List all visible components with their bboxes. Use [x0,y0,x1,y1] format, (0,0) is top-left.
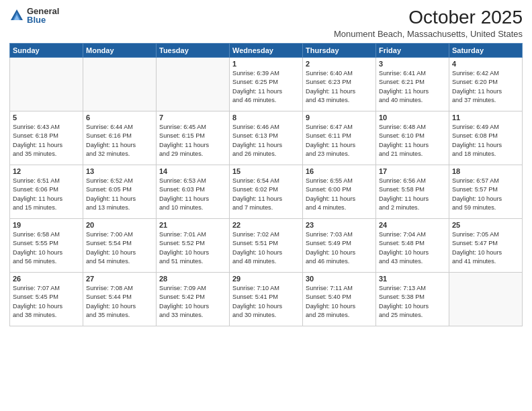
day-number: 7 [159,113,226,122]
calendar-cell: 16Sunrise: 6:55 AM Sunset: 6:00 PM Dayli… [303,165,376,219]
calendar-cell: 19Sunrise: 6:58 AM Sunset: 5:55 PM Dayli… [10,219,83,273]
calendar-cell: 31Sunrise: 7:13 AM Sunset: 5:38 PM Dayli… [376,273,449,326]
calendar-week-row: 19Sunrise: 6:58 AM Sunset: 5:55 PM Dayli… [10,219,523,273]
month-title: October 2025 [334,7,523,28]
day-number: 8 [232,113,300,122]
day-info: Sunrise: 6:42 AM Sunset: 6:20 PM Dayligh… [452,69,519,105]
header-saturday: Saturday [449,44,523,58]
calendar-cell: 27Sunrise: 7:08 AM Sunset: 5:44 PM Dayli… [83,273,157,326]
day-number: 3 [379,60,446,68]
calendar-cell [10,58,83,111]
calendar-cell [157,58,230,111]
calendar-cell: 1Sunrise: 6:39 AM Sunset: 6:25 PM Daylig… [230,58,303,111]
calendar-cell: 8Sunrise: 6:46 AM Sunset: 6:13 PM Daylig… [230,111,303,165]
header-tuesday: Tuesday [157,44,230,58]
calendar-week-row: 12Sunrise: 6:51 AM Sunset: 6:06 PM Dayli… [10,165,523,219]
calendar-cell: 4Sunrise: 6:42 AM Sunset: 6:20 PM Daylig… [449,58,523,111]
day-info: Sunrise: 6:53 AM Sunset: 6:03 PM Dayligh… [159,177,226,212]
day-info: Sunrise: 6:54 AM Sunset: 6:02 PM Dayligh… [232,177,300,212]
day-number: 25 [452,221,519,229]
calendar-week-row: 26Sunrise: 7:07 AM Sunset: 5:45 PM Dayli… [10,273,523,326]
day-number: 4 [452,60,519,68]
day-number: 10 [379,113,446,122]
calendar-cell: 22Sunrise: 7:02 AM Sunset: 5:51 PM Dayli… [230,219,303,273]
header-wednesday: Wednesday [230,44,303,58]
calendar-header-row: SundayMondayTuesdayWednesdayThursdayFrid… [10,44,523,58]
day-number: 26 [13,275,80,283]
day-info: Sunrise: 7:04 AM Sunset: 5:48 PM Dayligh… [379,230,446,266]
header-monday: Monday [83,44,157,58]
calendar-cell: 7Sunrise: 6:45 AM Sunset: 6:15 PM Daylig… [157,111,230,165]
day-number: 23 [306,221,373,229]
calendar-cell: 21Sunrise: 7:01 AM Sunset: 5:52 PM Dayli… [157,219,230,273]
calendar-cell: 30Sunrise: 7:11 AM Sunset: 5:40 PM Dayli… [303,273,376,326]
day-number: 9 [306,113,373,122]
day-number: 31 [379,275,446,283]
day-number: 5 [13,113,80,122]
day-number: 19 [13,221,80,229]
logo-text: General Blue [27,7,59,24]
day-info: Sunrise: 7:11 AM Sunset: 5:40 PM Dayligh… [306,284,373,320]
day-info: Sunrise: 6:44 AM Sunset: 6:16 PM Dayligh… [86,123,153,158]
calendar-cell: 12Sunrise: 6:51 AM Sunset: 6:06 PM Dayli… [10,165,83,219]
day-info: Sunrise: 7:05 AM Sunset: 5:47 PM Dayligh… [452,230,519,266]
logo: General Blue [9,7,59,24]
calendar-cell: 24Sunrise: 7:04 AM Sunset: 5:48 PM Dayli… [376,219,449,273]
calendar-cell: 14Sunrise: 6:53 AM Sunset: 6:03 PM Dayli… [157,165,230,219]
day-info: Sunrise: 6:48 AM Sunset: 6:10 PM Dayligh… [379,123,446,158]
header-sunday: Sunday [10,44,83,58]
header: General Blue October 2025 Monument Beach… [9,7,523,39]
day-number: 27 [86,275,153,283]
calendar-week-row: 5Sunrise: 6:43 AM Sunset: 6:18 PM Daylig… [10,111,523,165]
day-info: Sunrise: 7:08 AM Sunset: 5:44 PM Dayligh… [86,284,153,320]
day-number: 24 [379,221,446,229]
logo-blue-text: Blue [27,15,59,24]
day-info: Sunrise: 7:07 AM Sunset: 5:45 PM Dayligh… [13,284,80,320]
calendar-week-row: 1Sunrise: 6:39 AM Sunset: 6:25 PM Daylig… [10,58,523,111]
day-info: Sunrise: 6:45 AM Sunset: 6:15 PM Dayligh… [159,123,226,158]
calendar-cell: 15Sunrise: 6:54 AM Sunset: 6:02 PM Dayli… [230,165,303,219]
day-number: 22 [232,221,300,229]
day-number: 13 [86,167,153,175]
day-info: Sunrise: 6:43 AM Sunset: 6:18 PM Dayligh… [13,123,80,158]
page: General Blue October 2025 Monument Beach… [0,0,532,411]
header-thursday: Thursday [303,44,376,58]
day-info: Sunrise: 6:40 AM Sunset: 6:23 PM Dayligh… [306,69,373,105]
day-number: 28 [159,275,226,283]
day-info: Sunrise: 7:01 AM Sunset: 5:52 PM Dayligh… [159,230,226,266]
day-number: 15 [232,167,300,175]
day-number: 16 [306,167,373,175]
day-number: 17 [379,167,446,175]
calendar-cell: 17Sunrise: 6:56 AM Sunset: 5:58 PM Dayli… [376,165,449,219]
day-number: 14 [159,167,226,175]
day-info: Sunrise: 6:56 AM Sunset: 5:58 PM Dayligh… [379,177,446,212]
calendar-cell: 25Sunrise: 7:05 AM Sunset: 5:47 PM Dayli… [449,219,523,273]
logo-icon [9,8,24,23]
day-info: Sunrise: 6:52 AM Sunset: 6:05 PM Dayligh… [86,177,153,212]
day-info: Sunrise: 6:49 AM Sunset: 6:08 PM Dayligh… [452,123,519,158]
calendar-cell: 11Sunrise: 6:49 AM Sunset: 6:08 PM Dayli… [449,111,523,165]
calendar-cell: 5Sunrise: 6:43 AM Sunset: 6:18 PM Daylig… [10,111,83,165]
day-number: 20 [86,221,153,229]
day-number: 21 [159,221,226,229]
calendar: SundayMondayTuesdayWednesdayThursdayFrid… [9,43,523,326]
location-title: Monument Beach, Massachusetts, United St… [334,29,523,39]
day-number: 30 [306,275,373,283]
calendar-cell: 20Sunrise: 7:00 AM Sunset: 5:54 PM Dayli… [83,219,157,273]
day-info: Sunrise: 6:47 AM Sunset: 6:11 PM Dayligh… [306,123,373,158]
day-info: Sunrise: 6:39 AM Sunset: 6:25 PM Dayligh… [232,69,300,105]
calendar-cell: 2Sunrise: 6:40 AM Sunset: 6:23 PM Daylig… [303,58,376,111]
day-info: Sunrise: 7:13 AM Sunset: 5:38 PM Dayligh… [379,284,446,320]
calendar-cell: 10Sunrise: 6:48 AM Sunset: 6:10 PM Dayli… [376,111,449,165]
day-info: Sunrise: 7:00 AM Sunset: 5:54 PM Dayligh… [86,230,153,266]
calendar-cell: 3Sunrise: 6:41 AM Sunset: 6:21 PM Daylig… [376,58,449,111]
calendar-cell [83,58,157,111]
day-number: 6 [86,113,153,122]
day-info: Sunrise: 6:58 AM Sunset: 5:55 PM Dayligh… [13,230,80,266]
calendar-cell: 23Sunrise: 7:03 AM Sunset: 5:49 PM Dayli… [303,219,376,273]
day-info: Sunrise: 6:46 AM Sunset: 6:13 PM Dayligh… [232,123,300,158]
day-info: Sunrise: 7:02 AM Sunset: 5:51 PM Dayligh… [232,230,300,266]
day-info: Sunrise: 7:10 AM Sunset: 5:41 PM Dayligh… [232,284,300,320]
day-number: 18 [452,167,519,175]
day-number: 29 [232,275,300,283]
